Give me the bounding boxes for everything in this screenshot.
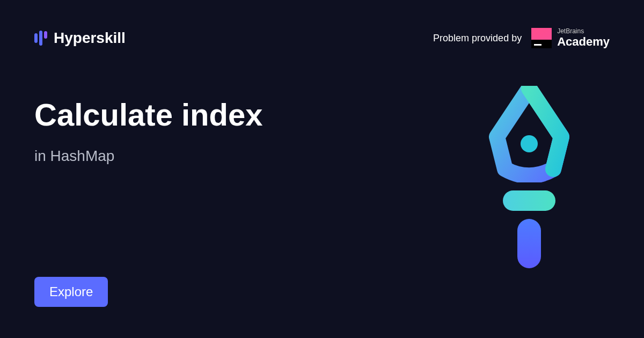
- pen-tool-icon: [470, 86, 588, 268]
- explore-button[interactable]: Explore: [34, 277, 108, 307]
- jetbrains-label-small: JetBrains: [557, 28, 610, 35]
- jetbrains-academy-logo[interactable]: JetBrains Academy: [531, 28, 610, 48]
- text-block: Calculate index in HashMap: [34, 97, 470, 165]
- pen-mid-segment-icon: [503, 190, 555, 211]
- pen-nib-icon: [489, 86, 569, 182]
- header: Hyperskill Problem provided by JetBrains…: [0, 0, 644, 48]
- main-content: Calculate index in HashMap: [0, 48, 644, 268]
- jetbrains-label-large: Academy: [557, 35, 610, 48]
- pen-handle-icon: [517, 219, 541, 268]
- page-subtitle: in HashMap: [34, 148, 470, 165]
- provided-by-label: Problem provided by: [433, 33, 522, 44]
- jetbrains-square-icon: [531, 28, 552, 48]
- provided-by-block: Problem provided by JetBrains Academy: [433, 28, 610, 48]
- page-title: Calculate index: [34, 97, 470, 133]
- brand-name: Hyperskill: [54, 30, 126, 47]
- jetbrains-text: JetBrains Academy: [557, 28, 610, 48]
- hyperskill-bars-icon: [34, 30, 47, 46]
- hyperskill-logo[interactable]: Hyperskill: [34, 30, 126, 47]
- svg-point-0: [521, 135, 538, 152]
